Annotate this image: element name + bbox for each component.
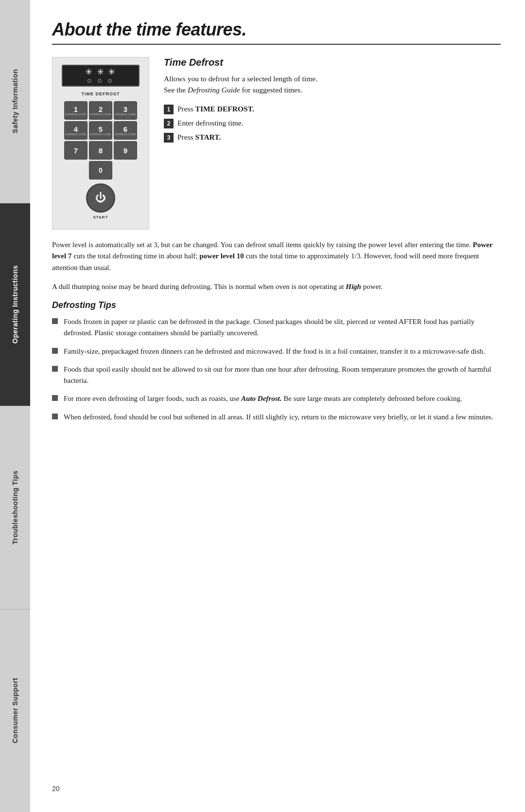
tip-bullet-4	[52, 395, 58, 401]
tip-text-3: Foods that spoil easily should not be al…	[64, 364, 501, 387]
key-4[interactable]: 4EXPRESS COOK	[64, 121, 88, 140]
key-2-num: 2	[99, 106, 103, 113]
key-5-sub: EXPRESS COOK	[90, 133, 111, 136]
key-2[interactable]: 2EXPRESS COOK	[89, 101, 112, 120]
step-2-text: Enter defrosting time.	[177, 117, 244, 128]
sidebar-label-safety: Safety Information	[11, 69, 19, 133]
key-5[interactable]: 5EXPRESS COOK	[89, 121, 112, 140]
time-defrost-heading: Time Defrost	[164, 57, 501, 68]
tip-bullet-5	[52, 414, 58, 419]
sidebar: Safety Information Operating Instruction…	[0, 0, 30, 812]
key-3-sub: EXPRESS COOK	[115, 113, 136, 116]
step-2-row: 2 Enter defrosting time.	[164, 117, 501, 128]
tip-text-4: For more even defrosting of larger foods…	[64, 393, 501, 404]
start-button-label: START	[93, 215, 108, 219]
display-icon: ✳ ✳ ✳	[85, 67, 116, 77]
defrosting-tips-heading: Defrosting Tips	[52, 300, 501, 310]
key-1[interactable]: 1EXPRESS COOK	[64, 101, 88, 120]
sidebar-item-safety-information[interactable]: Safety Information	[0, 0, 30, 203]
key-7[interactable]: 7	[64, 141, 88, 160]
body-paragraph-2: A dull thumping noise may be heard durin…	[52, 281, 501, 292]
step-2-number: 2	[164, 119, 174, 128]
key-1-sub: EXPRESS COOK	[65, 113, 86, 116]
sidebar-item-operating-instructions[interactable]: Operating Instructions	[0, 203, 30, 407]
key-1-num: 1	[74, 106, 78, 113]
tip-text-2: Family-size, prepackaged frozen dinners …	[64, 346, 501, 357]
display-dots: ⊙ ⊙ ⊙	[87, 77, 114, 85]
tip-item-5: When defrosted, food should be cool but …	[52, 412, 501, 423]
start-button[interactable]: ⏻	[86, 183, 115, 213]
sidebar-item-consumer-support[interactable]: Consumer Support	[0, 610, 30, 812]
step-1-row: 1 Press TIME DEFROST.	[164, 103, 501, 114]
key-5-num: 5	[99, 126, 103, 133]
microwave-panel: ✳ ✳ ✳ ⊙ ⊙ ⊙ TIME DEFROST 1EXPRESS COOK 2…	[52, 57, 149, 230]
sidebar-label-troubleshooting: Troubleshooting Tips	[11, 470, 19, 544]
step-3-number: 3	[164, 133, 174, 143]
key-4-num: 4	[74, 126, 78, 133]
start-button-row: ⏻ START	[86, 183, 115, 219]
intro-line1: Allows you to defrost for a selected len…	[164, 74, 317, 83]
start-icon: ⏻	[95, 193, 106, 203]
step-1-text: Press TIME DEFROST.	[177, 103, 254, 114]
panel-display: ✳ ✳ ✳ ⊙ ⊙ ⊙	[62, 65, 140, 87]
key-8[interactable]: 8	[89, 141, 112, 160]
key-6[interactable]: 6EXPRESS COOK	[114, 121, 137, 140]
key-9[interactable]: 9	[114, 141, 137, 160]
key-0-num: 0	[99, 166, 103, 174]
time-defrost-intro: Allows you to defrost for a selected len…	[164, 73, 501, 96]
key-7-num: 7	[74, 147, 78, 154]
key-6-num: 6	[123, 126, 127, 133]
tip-bullet-1	[52, 318, 58, 324]
sidebar-item-troubleshooting-tips[interactable]: Troubleshooting Tips	[0, 406, 30, 610]
key-row-zero: 0	[89, 161, 112, 180]
page-title: About the time features.	[52, 19, 501, 40]
steps-container: 1 Press TIME DEFROST. 2 Enter defrosting…	[164, 103, 501, 143]
key-6-sub: EXPRESS COOK	[115, 133, 136, 136]
step-3-text: Press START.	[177, 131, 221, 143]
page-number: 20	[52, 775, 501, 793]
key-9-num: 9	[123, 147, 127, 154]
step-1-number: 1	[164, 105, 174, 114]
main-content: About the time features. ✳ ✳ ✳ ⊙ ⊙ ⊙ TIM…	[30, 0, 525, 812]
sidebar-label-consumer: Consumer Support	[11, 678, 19, 743]
tip-item-4: For more even defrosting of larger foods…	[52, 393, 501, 404]
tip-bullet-3	[52, 366, 58, 372]
tip-item-2: Family-size, prepackaged frozen dinners …	[52, 346, 501, 357]
key-3[interactable]: 3EXPRESS COOK	[114, 101, 137, 120]
tip-item-3: Foods that spoil easily should not be al…	[52, 364, 501, 387]
tip-text-5: When defrosted, food should be cool but …	[64, 412, 501, 423]
keypad: 1EXPRESS COOK 2EXPRESS COOK 3EXPRESS COO…	[64, 101, 137, 160]
time-defrost-section: Time Defrost Allows you to defrost for a…	[164, 57, 501, 230]
key-2-sub: EXPRESS COOK	[90, 113, 111, 116]
step-3-row: 3 Press START.	[164, 131, 501, 143]
key-4-sub: EXPRESS COOK	[65, 133, 86, 136]
key-8-num: 8	[99, 147, 103, 154]
key-3-num: 3	[123, 106, 127, 113]
title-rule	[52, 44, 501, 45]
body-paragraph-1: Power level is automatically set at 3, b…	[52, 239, 501, 273]
tip-item-1: Foods frozen in paper or plastic can be …	[52, 316, 501, 339]
top-section: ✳ ✳ ✳ ⊙ ⊙ ⊙ TIME DEFROST 1EXPRESS COOK 2…	[52, 57, 501, 230]
tip-text-1: Foods frozen in paper or plastic can be …	[64, 316, 501, 339]
panel-time-defrost-label: TIME DEFROST	[82, 91, 120, 96]
key-0[interactable]: 0	[89, 161, 112, 180]
tip-bullet-2	[52, 348, 58, 354]
sidebar-label-operating: Operating Instructions	[11, 265, 19, 343]
